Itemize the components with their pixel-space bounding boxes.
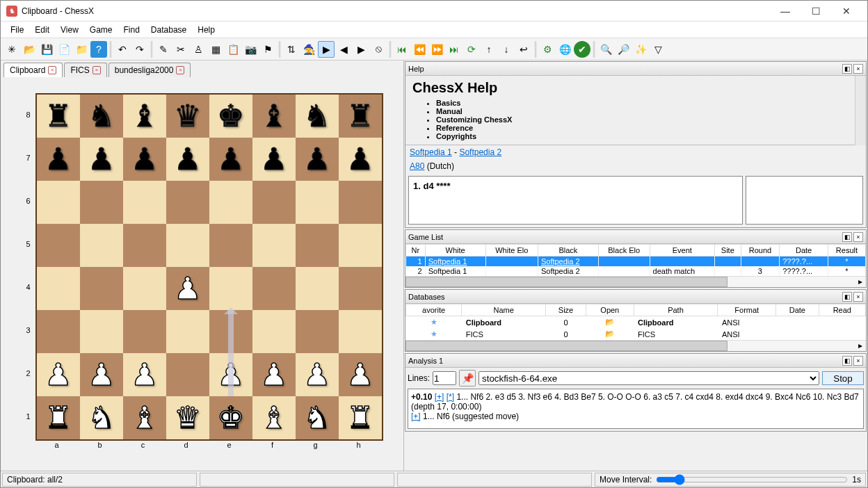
close-file-icon[interactable]: 📄 [56,41,72,58]
close-icon[interactable]: × [48,66,56,74]
menu-edit[interactable]: Edit [29,23,55,37]
help-topic[interactable]: Reference [436,124,848,132]
square[interactable] [252,267,296,310]
lines-input[interactable] [433,371,456,385]
column-header[interactable]: Round [741,245,780,257]
column-header[interactable]: Name [462,304,546,316]
square[interactable]: ♜ [339,396,382,439]
square[interactable]: ♟ [252,353,296,396]
refresh-icon[interactable]: ⟳ [463,41,480,58]
square[interactable]: ♛ [166,95,209,138]
menu-find[interactable]: Find [118,23,145,37]
play-icon[interactable]: ▶ [318,41,335,58]
square[interactable]: ♝ [123,396,166,439]
square[interactable]: ♟ [296,138,339,181]
square[interactable] [339,267,382,310]
square[interactable]: ♟ [37,138,80,181]
column-header[interactable]: Site [715,245,741,257]
square[interactable] [166,224,209,267]
databases-table[interactable]: avoriteNameSizeOpenPathFormatDateRead★Cl… [405,304,866,340]
plus-link[interactable]: [+] [435,392,444,402]
new-icon[interactable]: ✳ [3,41,20,58]
up-icon[interactable]: ↑ [481,41,497,58]
maximize-button[interactable]: ☐ [801,1,831,21]
table-row[interactable]: 2Softpedia 1Softpedia 2death match3????.… [406,266,866,276]
square[interactable]: ♞ [80,396,123,439]
help-topic[interactable]: Basics [436,99,848,107]
column-header[interactable]: Nr [406,245,426,257]
square[interactable] [80,267,123,310]
close-icon[interactable]: × [853,64,863,74]
gamelist-table[interactable]: NrWhiteWhite EloBlackBlack EloEventSiteR… [405,244,866,276]
square[interactable] [339,224,382,267]
square[interactable] [296,181,339,224]
square[interactable] [123,267,166,310]
check-icon[interactable]: ✔ [574,41,590,58]
square[interactable]: ♞ [296,396,339,439]
prev-icon[interactable]: ◀ [335,41,352,58]
menu-game[interactable]: Game [84,23,118,37]
notation-box[interactable]: 1. d4 **** [408,176,743,225]
square[interactable]: ♟ [123,138,166,181]
square[interactable]: ♟ [339,138,382,181]
minimize-button[interactable]: — [770,1,801,21]
cut-icon[interactable]: ✂ [172,41,189,58]
copy-icon[interactable]: 📋 [225,41,241,58]
scrollbar[interactable] [855,76,866,145]
column-header[interactable]: avorite [406,304,462,316]
forward-icon[interactable]: ⏩ [428,41,445,58]
column-header[interactable]: White Elo [485,245,538,257]
square[interactable]: ♟ [166,138,209,181]
scrollbar[interactable]: ▸ [405,340,866,351]
table-row[interactable]: ★FICS0📂FICSANSI [406,328,866,340]
link-softpedia2[interactable]: Softpedia 2 [459,147,501,157]
last-icon[interactable]: ⏭ [446,41,463,58]
column-header[interactable]: Date [780,245,828,257]
square[interactable]: ♟ [123,353,166,396]
folder-icon[interactable]: 📁 [73,41,90,58]
column-header[interactable]: Result [828,245,865,257]
scrollbar[interactable]: ▸ [405,276,866,287]
stop-button[interactable]: Stop [822,371,864,385]
square[interactable]: ♞ [296,95,339,138]
plus-link[interactable]: [+] [411,412,421,421]
folder-icon[interactable]: 📂 [605,318,615,326]
column-header[interactable]: White [425,245,485,257]
open-icon[interactable]: 📂 [21,41,38,58]
tab-fics[interactable]: FICS× [64,63,106,77]
square[interactable] [37,267,80,310]
square[interactable]: ♜ [37,396,80,439]
square[interactable] [123,224,166,267]
undock-icon[interactable]: ◧ [842,232,852,242]
square[interactable]: ♟ [166,267,209,310]
flag-icon[interactable]: ⚑ [259,41,276,58]
close-icon[interactable]: × [853,232,863,242]
square[interactable] [296,267,339,310]
square[interactable]: ♟ [209,138,252,181]
board-icon[interactable]: ▦ [207,41,224,58]
square[interactable]: ♚ [209,396,252,439]
close-icon[interactable]: × [93,66,101,74]
square[interactable] [166,310,209,353]
square[interactable] [339,181,382,224]
square[interactable] [209,181,252,224]
star-link[interactable]: [*] [447,392,454,402]
column-header[interactable]: Black Elo [598,245,650,257]
chessboard[interactable]: ♜♞♝♛♚♝♞♜♟♟♟♟♟♟♟♟♟♟♟♟♟♟♟♟♜♞♝♛♚♝♞♜ [35,93,383,441]
square[interactable] [252,181,296,224]
funnel-icon[interactable]: ▽ [650,41,666,58]
next-icon[interactable]: ▶ [353,41,369,58]
square[interactable] [296,224,339,267]
square[interactable] [296,310,339,353]
star-icon[interactable]: ★ [431,330,437,338]
down-icon[interactable]: ↓ [498,41,515,58]
square[interactable] [80,224,123,267]
comment-box[interactable] [746,176,864,225]
column-header[interactable]: Format [718,304,776,316]
square[interactable]: ♟ [37,353,80,396]
close-icon[interactable]: × [853,356,863,366]
square[interactable] [123,310,166,353]
column-header[interactable]: Read [819,304,865,316]
square[interactable]: ♟ [296,353,339,396]
help-topic[interactable]: Copyrights [436,132,848,140]
